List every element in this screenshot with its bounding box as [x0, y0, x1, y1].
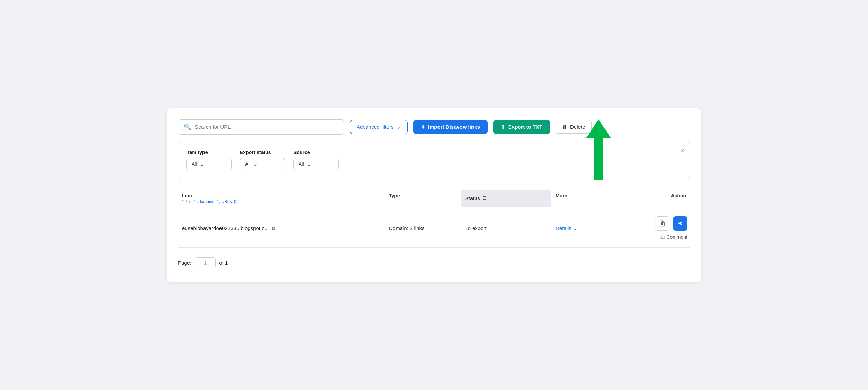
chevron-down-icon: ⌄ [573, 225, 577, 231]
item-type-label: Item type [186, 150, 232, 155]
export-status-select[interactable]: All ⌄ [240, 158, 285, 170]
table-header: Item 1-1 of 1 (domains: 1, URLs: 0) Type… [178, 187, 690, 209]
chevron-down-icon: ⌄ [397, 124, 401, 130]
col-item: Item 1-1 of 1 (domains: 1, URLs: 0) [178, 190, 385, 207]
source-label: Source [293, 150, 339, 155]
item-type-filter: Item type All ⌄ [186, 150, 232, 170]
chevron-down-icon: ⌄ [253, 161, 258, 167]
advanced-filters-label: Advanced filters [357, 124, 394, 130]
filter-row: Item type All ⌄ Export status All ⌄ Sour… [186, 150, 682, 170]
cell-action: +□ Comment [621, 216, 690, 240]
page-input[interactable] [195, 257, 216, 268]
export-status-label: Export status [240, 150, 285, 155]
cell-item: eusebiobayardoe022385.blogspot.c... ⧉ [178, 225, 385, 231]
export-to-txt-button[interactable]: ⇑ Export to TXT [493, 120, 550, 134]
page-label: Page: [178, 260, 191, 266]
details-button[interactable]: Details ⌄ [556, 225, 577, 231]
page-of-label: of 1 [219, 260, 228, 266]
source-filter: Source All ⌄ [293, 150, 339, 170]
filters-panel: × Item type All ⌄ Export status All ⌄ So… [178, 142, 690, 178]
col-action: Action [621, 190, 690, 207]
col-status: Status ☰ [461, 190, 551, 207]
import-button-label: Import Disavow links [428, 124, 480, 130]
source-value: All [299, 161, 304, 167]
item-type-value: All [192, 161, 197, 167]
pagination: Page: of 1 [178, 257, 690, 268]
import-icon: ⇓ [421, 124, 425, 130]
search-icon: 🔍 [184, 123, 191, 131]
close-filters-button[interactable]: × [681, 147, 684, 154]
filter-icon[interactable]: ☰ [482, 196, 486, 201]
comment-button[interactable]: +□ Comment [659, 234, 687, 240]
comment-label: Comment [666, 234, 687, 240]
trash-icon: 🗑 [562, 124, 567, 130]
comment-icon: +□ [659, 234, 665, 240]
item-url: eusebiobayardoe022385.blogspot.c... [182, 225, 269, 231]
send-button[interactable] [673, 216, 687, 231]
delete-label: Delete [570, 124, 585, 130]
table-row: eusebiobayardoe022385.blogspot.c... ⧉ Do… [178, 209, 690, 248]
cell-status: To export [461, 225, 551, 231]
file-export-button[interactable] [655, 216, 669, 231]
svg-marker-2 [678, 221, 682, 225]
cell-type: Domain: 2 links [385, 225, 461, 231]
item-type-select[interactable]: All ⌄ [186, 158, 232, 170]
source-select[interactable]: All ⌄ [293, 158, 339, 170]
export-icon: ⇑ [501, 124, 506, 130]
toolbar: 🔍 Advanced filters ⌄ ⇓ Import Disavow li… [178, 119, 690, 135]
chevron-down-icon: ⌄ [200, 161, 204, 167]
col-more: More [551, 190, 621, 207]
advanced-filters-button[interactable]: Advanced filters ⌄ [350, 120, 408, 134]
export-button-label: Export to TXT [508, 124, 542, 130]
search-box: 🔍 [178, 119, 344, 135]
chevron-down-icon: ⌄ [307, 161, 311, 167]
col-type: Type [385, 190, 461, 207]
cell-more: Details ⌄ [551, 225, 621, 231]
sub-count: 1-1 of 1 (domains: 1, URLs: 0) [182, 199, 381, 204]
import-disavow-button[interactable]: ⇓ Import Disavow links [413, 120, 488, 134]
export-status-value: All [245, 161, 251, 167]
search-input[interactable] [195, 124, 339, 130]
action-icons [655, 216, 687, 231]
delete-button[interactable]: 🗑 Delete [556, 120, 592, 134]
export-status-filter: Export status All ⌄ [240, 150, 285, 170]
external-link-icon[interactable]: ⧉ [272, 225, 275, 231]
